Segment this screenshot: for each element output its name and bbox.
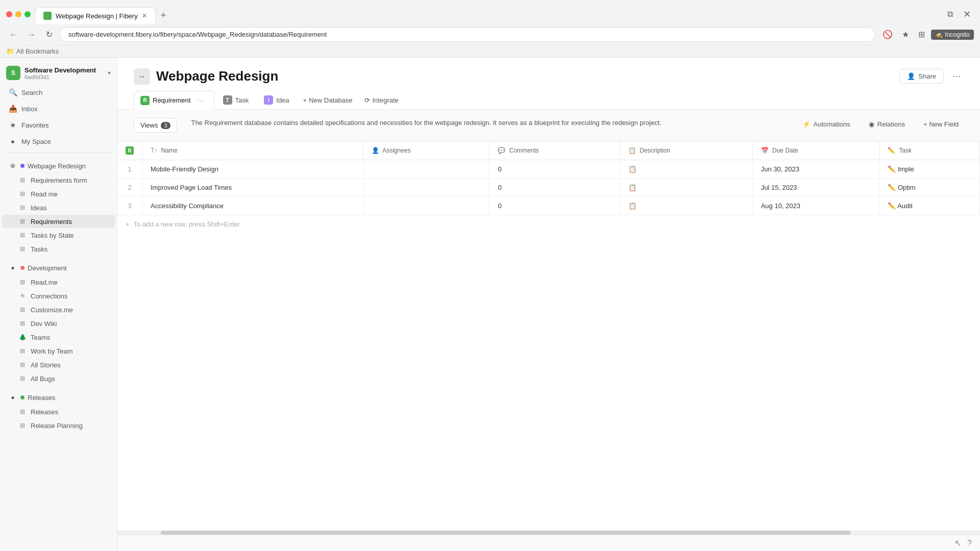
table-row[interactable]: 2 Improved Page Load Times 0 📋 Jul 15, 2… bbox=[117, 179, 980, 197]
automations-label: Automations bbox=[814, 120, 850, 128]
sidebar-item-dev-wiki[interactable]: ⊞ Dev Wiki bbox=[2, 317, 115, 330]
maximize-window-btn[interactable] bbox=[24, 11, 31, 17]
camera-off-icon[interactable]: 🚫 bbox=[879, 28, 896, 41]
table-row[interactable]: 3 Accessibility Compliance 0 📋 Aug 10, 2… bbox=[117, 197, 980, 215]
sidebar-item-requirements[interactable]: ⊞ Requirements bbox=[2, 215, 115, 228]
expand-icon-dev: ● bbox=[8, 263, 17, 272]
tab-requirement[interactable]: R Requirement ··· bbox=[134, 91, 214, 110]
row-2-assignees[interactable] bbox=[363, 179, 489, 197]
section-header-releases[interactable]: ● Releases bbox=[2, 390, 115, 405]
tab-task[interactable]: T Task bbox=[216, 92, 256, 108]
sidebar-favorites[interactable]: ★ Favorites bbox=[2, 117, 115, 133]
sidebar-item-read-me-dev[interactable]: ⊞ Read.me bbox=[2, 276, 115, 289]
active-tab[interactable]: Webpage Redesign | Fibery ✕ bbox=[35, 7, 156, 24]
incognito-badge[interactable]: 🕵 Incognito bbox=[931, 30, 974, 40]
section-label-releases: Releases bbox=[28, 394, 55, 402]
integrate-btn[interactable]: ⟳ Integrate bbox=[359, 93, 403, 107]
table-row[interactable]: 1 Mobile-Friendly Design 0 📋 Jun 30, 202… bbox=[117, 160, 980, 179]
relations-btn[interactable]: ◉ Relations bbox=[864, 118, 910, 131]
sidebar-search[interactable]: 🔍 Search bbox=[2, 85, 115, 100]
sidebar-item-ideas[interactable]: ⊞ Ideas bbox=[2, 201, 115, 214]
col-header-assignees[interactable]: 👤 Assignees bbox=[363, 141, 489, 160]
sidebar-my-space[interactable]: ● My Space bbox=[2, 134, 115, 149]
horizontal-scrollbar[interactable] bbox=[117, 531, 980, 535]
browser-toolbar: ← → ↻ software-development.fibery.io/fib… bbox=[0, 24, 980, 45]
window-controls bbox=[6, 11, 31, 17]
col-header-name[interactable]: T↑ Name bbox=[142, 141, 363, 160]
address-bar[interactable]: software-development.fibery.io/fibery/sp… bbox=[60, 27, 875, 42]
requirement-badge: R bbox=[140, 96, 150, 105]
tab-requirement-more-btn[interactable]: ··· bbox=[193, 94, 207, 106]
col-header-comments[interactable]: 💬 Comments bbox=[489, 141, 620, 160]
row-1-name[interactable]: Mobile-Friendly Design bbox=[142, 160, 363, 179]
sidebar-item-releases[interactable]: ⊞ Releases bbox=[2, 405, 115, 418]
sidebar-item-tasks-by-state[interactable]: ⊞ Tasks by State bbox=[2, 229, 115, 242]
section-header-webpage-redesign[interactable]: ⊕ Webpage Redesign bbox=[2, 159, 115, 173]
sidebar-item-tasks[interactable]: ⊞ Tasks bbox=[2, 242, 115, 256]
minimize-window-btn[interactable] bbox=[15, 11, 21, 17]
col-header-description[interactable]: 📋 Description bbox=[620, 141, 752, 160]
sidebar-item-customize-me[interactable]: ⊞ Customize.me bbox=[2, 303, 115, 316]
restore-down-btn[interactable]: ⧉ bbox=[944, 10, 956, 19]
description-col-icon: 📋 bbox=[628, 147, 636, 154]
row-2-name[interactable]: Improved Page Load Times bbox=[142, 179, 363, 197]
tab-close-btn[interactable]: ✕ bbox=[142, 12, 147, 19]
sidebar-item-release-planning[interactable]: ⊞ Release Planning bbox=[2, 419, 115, 432]
split-view-icon[interactable]: ⊞ bbox=[915, 28, 928, 41]
bookmarks-bar: 📁 All Bookmarks bbox=[0, 45, 980, 57]
my-space-label: My Space bbox=[21, 138, 51, 145]
bookmark-icon[interactable]: ★ bbox=[899, 28, 912, 41]
row-1-assignees[interactable] bbox=[363, 160, 489, 179]
section-header-development[interactable]: ● Development bbox=[2, 261, 115, 275]
row-3-name[interactable]: Accessibility Compliance bbox=[142, 197, 363, 215]
item-label-customize-me: Customize.me bbox=[31, 306, 73, 314]
workspace-name: Software Development bbox=[24, 66, 104, 74]
new-field-btn[interactable]: + New Field bbox=[918, 118, 964, 131]
sidebar-inbox[interactable]: 📥 Inbox bbox=[2, 101, 115, 116]
automations-btn[interactable]: ⚡ Automations bbox=[797, 118, 855, 131]
grid-icon-9: ⊞ bbox=[18, 319, 27, 328]
grid-icon-13: ⊞ bbox=[18, 408, 27, 416]
sidebar-item-all-stories[interactable]: ⊞ All Stories bbox=[2, 358, 115, 371]
col-header-due-date[interactable]: 📅 Due Date bbox=[752, 141, 879, 160]
item-label-dev-wiki: Dev Wiki bbox=[31, 320, 57, 328]
sidebar-item-all-bugs[interactable]: ⊞ All Bugs bbox=[2, 372, 115, 385]
incognito-label: Incognito bbox=[945, 31, 970, 38]
item-label-requirements-form: Requirements form bbox=[31, 177, 87, 184]
sidebar-item-read-me[interactable]: ⊞ Read me bbox=[2, 187, 115, 201]
browser-close-btn[interactable]: ✕ bbox=[960, 9, 974, 20]
forward-btn[interactable]: → bbox=[24, 28, 39, 41]
new-tab-btn[interactable]: + bbox=[156, 7, 172, 24]
row-2-description[interactable]: 📋 bbox=[620, 179, 752, 197]
name-col-label: Name bbox=[161, 147, 178, 154]
section-webpage-redesign: ⊕ Webpage Redesign ⊞ Requirements form ⊞… bbox=[0, 158, 117, 256]
share-button[interactable]: 👤 Share bbox=[899, 69, 944, 84]
task-badge: T bbox=[223, 95, 232, 105]
sidebar-item-requirements-form[interactable]: ⊞ Requirements form bbox=[2, 173, 115, 187]
tab-requirement-label: Requirement bbox=[153, 96, 190, 104]
close-window-btn[interactable] bbox=[6, 11, 12, 17]
new-database-btn[interactable]: + New Database bbox=[298, 93, 358, 107]
row-3-assignees[interactable] bbox=[363, 197, 489, 215]
row-3-description[interactable]: 📋 bbox=[620, 197, 752, 215]
reload-btn[interactable]: ↻ bbox=[43, 28, 56, 41]
workspace-header[interactable]: S Software Development 6ad8d3d1 ▾ bbox=[0, 62, 117, 84]
sidebar-item-teams[interactable]: 🌲 Teams bbox=[2, 331, 115, 344]
share-icon: 👤 bbox=[907, 72, 915, 80]
more-options-btn[interactable]: ··· bbox=[950, 68, 964, 85]
bookmarks-label: All Bookmarks bbox=[16, 47, 59, 55]
chevron-down-icon: ▾ bbox=[108, 69, 111, 77]
sidebar-item-work-by-team[interactable]: ⊞ Work by Team bbox=[2, 344, 115, 358]
expand-icon: ⊕ bbox=[8, 161, 17, 170]
sidebar-item-connections[interactable]: ✳ Connections bbox=[2, 289, 115, 303]
tab-idea[interactable]: I Idea bbox=[257, 92, 296, 108]
task-col-label: Task bbox=[899, 147, 912, 154]
views-button[interactable]: Views 3 bbox=[134, 118, 177, 133]
help-icon[interactable]: ? bbox=[967, 539, 972, 548]
main-content: ↔ Webpage Redesign 👤 Share ··· R Require… bbox=[117, 58, 980, 551]
add-row-hint[interactable]: + To add a new row, press Shift+Enter bbox=[117, 215, 980, 233]
row-1-description[interactable]: 📋 bbox=[620, 160, 752, 179]
releases-icon: ● bbox=[8, 393, 17, 402]
back-btn[interactable]: ← bbox=[6, 28, 20, 41]
col-header-task[interactable]: ✏️ Task bbox=[879, 141, 980, 160]
